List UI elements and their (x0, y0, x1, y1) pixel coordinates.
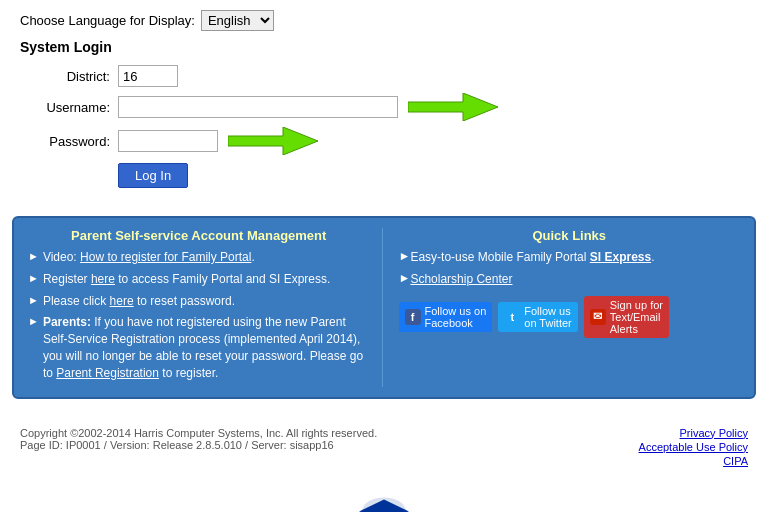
email-icon: ✉ (590, 309, 606, 325)
bullet-icon: ► (28, 250, 39, 262)
info-item-reset: ► Please click here to reset password. (28, 293, 370, 310)
info-item-register-text: Register here to access Family Portal an… (43, 271, 330, 288)
system-login-title: System Login (20, 39, 748, 55)
twitter-button[interactable]: t Follow uson Twitter (498, 302, 578, 332)
svg-marker-0 (408, 93, 498, 121)
login-button[interactable]: Log In (118, 163, 188, 188)
info-item-video: ► Video: How to register for Family Port… (28, 249, 370, 266)
password-input[interactable] (118, 130, 218, 152)
family-portal-video-link[interactable]: How to register for Family Portal (80, 250, 251, 264)
si-express-text: Easy-to-use Mobile Family Portal SI Expr… (410, 249, 654, 266)
footer-left: Copyright ©2002-2014 Harris Computer Sys… (20, 427, 377, 451)
twitter-icon: t (504, 309, 520, 325)
reset-password-link[interactable]: here (110, 294, 134, 308)
bullet-icon-3: ► (28, 294, 39, 306)
info-item-parents: ► Parents: If you have not registered us… (28, 314, 370, 381)
pgcps-logo: PGCPS (349, 489, 419, 512)
info-item-reset-text: Please click here to reset password. (43, 293, 235, 310)
parent-registration-link[interactable]: Parent Registration (56, 366, 159, 380)
register-here-link[interactable]: here (91, 272, 115, 286)
language-label: Choose Language for Display: (20, 13, 195, 28)
quick-link-si-express: ► Easy-to-use Mobile Family Portal SI Ex… (399, 249, 741, 266)
acceptable-use-link[interactable]: Acceptable Use Policy (639, 441, 748, 453)
scholarship-center-text: Scholarship Center (410, 271, 512, 288)
info-box: Parent Self-service Account Management ►… (12, 216, 756, 399)
quick-links-title: Quick Links (399, 228, 741, 243)
info-left-column: Parent Self-service Account Management ►… (28, 228, 383, 387)
privacy-policy-link[interactable]: Privacy Policy (639, 427, 748, 439)
scholarship-center-link[interactable]: Scholarship Center (410, 272, 512, 286)
info-item-parents-text: Parents: If you have not registered usin… (43, 314, 370, 381)
bullet-icon-4: ► (28, 315, 39, 327)
bullet-icon-2: ► (28, 272, 39, 284)
username-arrow (408, 93, 498, 121)
info-item-video-text: Video: How to register for Family Portal… (43, 249, 255, 266)
bullet-icon-5: ► (399, 249, 411, 263)
district-input[interactable] (118, 65, 178, 87)
logo-svg (349, 489, 419, 512)
bullet-icon-6: ► (399, 271, 411, 285)
district-label: District: (30, 69, 110, 84)
svg-marker-1 (228, 127, 318, 155)
footer: Copyright ©2002-2014 Harris Computer Sys… (0, 417, 768, 479)
language-select[interactable]: English Spanish French (201, 10, 274, 31)
facebook-button[interactable]: f Follow us onFacebook (399, 302, 493, 332)
alerts-label: Sign up forText/EmailAlerts (610, 299, 663, 335)
alerts-button[interactable]: ✉ Sign up forText/EmailAlerts (584, 296, 669, 338)
password-label: Password: (30, 134, 110, 149)
info-right-column: Quick Links ► Easy-to-use Mobile Family … (393, 228, 741, 387)
footer-right: Privacy Policy Acceptable Use Policy CIP… (639, 427, 748, 469)
username-input[interactable] (118, 96, 398, 118)
parent-self-service-title: Parent Self-service Account Management (28, 228, 370, 243)
logo-row: PGCPS (0, 479, 768, 512)
username-label: Username: (30, 100, 110, 115)
quick-link-scholarship: ► Scholarship Center (399, 271, 741, 288)
social-row: f Follow us onFacebook t Follow uson Twi… (399, 296, 741, 338)
copyright-text: Copyright ©2002-2014 Harris Computer Sys… (20, 427, 377, 439)
cipa-link[interactable]: CIPA (639, 455, 748, 467)
page-id-text: Page ID: IP0001 / Version: Release 2.8.5… (20, 439, 377, 451)
facebook-label: Follow us onFacebook (425, 305, 487, 329)
facebook-icon: f (405, 309, 421, 325)
twitter-label: Follow uson Twitter (524, 305, 572, 329)
info-item-register: ► Register here to access Family Portal … (28, 271, 370, 288)
password-arrow (228, 127, 318, 155)
si-express-link[interactable]: SI Express (590, 250, 651, 264)
